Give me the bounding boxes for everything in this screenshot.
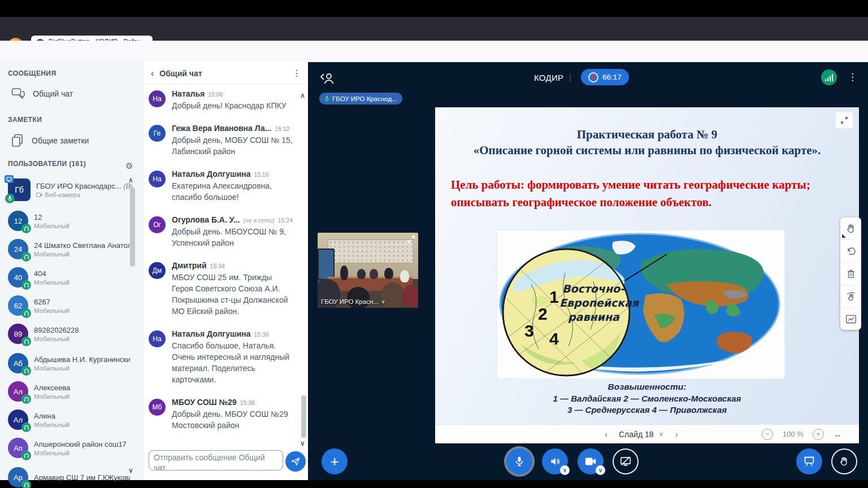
webcam-video[interactable]: ГБОУ ИРО Красн... ∨ (318, 233, 418, 308)
user-row[interactable]: Аб Абдышева Н.И. Курганинский Мобильный (8, 350, 132, 376)
undo-annotation-button[interactable] (840, 240, 861, 263)
bbb-app: СООБЩЕНИЯ Общий чат ЗАМЕТКИ Общие заметк… (0, 62, 868, 480)
map-label-line3: равнина (568, 311, 620, 323)
options-kebab-icon[interactable]: ⋮ (848, 71, 857, 83)
user-name: Апшеронский район сош17 (34, 440, 127, 448)
presentation-fullscreen-button[interactable] (835, 112, 853, 129)
minimize-presentation-button[interactable] (796, 448, 822, 474)
users-scrollbar-thumb[interactable] (130, 188, 135, 267)
manage-users-back-icon[interactable] (319, 72, 336, 85)
slide-select-chevron-icon[interactable]: ∨ (659, 425, 663, 443)
webcam-fullscreen-icon[interactable] (407, 235, 415, 243)
clear-annotations-button[interactable] (840, 263, 861, 285)
message-author: Наталья (172, 89, 205, 98)
headset-badge (21, 337, 31, 346)
avatar-initials: Гб (15, 185, 24, 194)
title-separator: | (569, 72, 571, 83)
user-row[interactable]: Ал Алина Мобильный (8, 407, 132, 433)
shared-notes-label: Общие заметки (32, 136, 89, 145)
avatar: Ог (149, 216, 166, 233)
mic-on-badge (5, 194, 15, 203)
audio-options-chevron-icon[interactable]: ∨ (560, 465, 570, 475)
users-scroll-down-icon[interactable]: ∨ (128, 467, 133, 474)
slide[interactable]: Практическая работа № 9 «Описание горной… (435, 107, 859, 425)
user-device: Мобильный (34, 421, 70, 428)
whiteboard-panel-button[interactable] (840, 308, 861, 330)
notes-header: ЗАМЕТКИ (8, 116, 42, 124)
message-text: Добрый день! Краснодар КПКУ (172, 100, 295, 111)
sidebar-item-public-chat[interactable]: Общий чат (11, 88, 73, 100)
webcam-label-chevron-icon[interactable]: ∨ (381, 299, 385, 304)
webcam-options-chevron-icon[interactable]: ∨ (596, 465, 605, 475)
webcam-scene-person (400, 270, 409, 282)
chat-options-kebab-icon[interactable]: ⋮ (292, 68, 301, 79)
mic-mini-icon (324, 95, 329, 102)
chat-scrollbar-thumb[interactable] (301, 395, 306, 438)
user-row[interactable]: 40 404 Мобильный (8, 264, 132, 290)
next-slide-button[interactable]: › (675, 425, 678, 443)
chat-back-icon[interactable]: ‹ (151, 68, 154, 79)
avatar: 12 (8, 211, 28, 231)
user-name: ГБОУ ИРО Краснодарс... (36, 182, 121, 190)
chat-message: На Наталья Долгушина15:36 Спасибо большо… (149, 329, 297, 385)
user-row[interactable]: Ап Апшеронский район сош17 Мобильный (8, 435, 132, 461)
user-row[interactable]: 12 12 Мобильный (8, 208, 132, 234)
user-row[interactable]: 24 24 Шматко Светлана Анатол Мобильный (8, 236, 132, 262)
headset-badge (21, 366, 31, 376)
user-device: Мобильный (34, 336, 79, 342)
recording-indicator[interactable]: 66:17 (581, 69, 629, 85)
recording-time: 66:17 (602, 73, 622, 81)
user-row[interactable]: 89 89282026228 Мобильный (8, 321, 132, 347)
users-settings-gear-icon[interactable]: ⚙ (125, 161, 133, 171)
chat-scroll-down-icon[interactable]: ∨ (300, 439, 305, 447)
user-row[interactable]: 62 6267 Мобильный (8, 293, 132, 319)
zoom-out-button[interactable]: − (762, 425, 773, 443)
hand-tool-button[interactable] (840, 217, 861, 240)
chat-message: Ге Гежа Вера Ивановна Ла...15:12 Добрый … (149, 124, 297, 157)
headset-badge (21, 308, 31, 318)
sidebar-item-shared-notes[interactable]: Общие заметки (11, 134, 89, 147)
avatar-initials: На (153, 335, 161, 343)
send-message-button[interactable] (285, 451, 306, 472)
chat-message-input[interactable]: Отправить сообщение Общий чат (149, 450, 283, 470)
slide-number-label[interactable]: Слайд 18 (619, 425, 654, 443)
slide-map-figure: 1 2 3 4 Восточно- Европейская равнина (497, 230, 784, 378)
avatar: На (149, 171, 166, 188)
map-marker-1: 1 (549, 287, 559, 306)
sidebar: СООБЩЕНИЯ Общий чат ЗАМЕТКИ Общие заметк… (0, 62, 145, 480)
avatar: На (149, 330, 166, 347)
fit-width-button[interactable]: ↔ (834, 425, 842, 443)
undo-icon (845, 246, 857, 257)
talking-indicator[interactable]: ГБОУ ИРО Краснод... (319, 93, 402, 104)
user-row[interactable]: Ар Армавир СШ 7 им Г.КЖукова (8, 464, 132, 488)
webcam-scene-person (384, 268, 393, 279)
messages-header: СООБЩЕНИЯ (8, 69, 56, 77)
avatar: 89 (8, 324, 28, 344)
actions-plus-button[interactable]: + (322, 448, 348, 474)
chat-scroll-up-icon[interactable]: ∧ (300, 91, 305, 99)
avatar-initials: Дм (153, 267, 162, 274)
user-row-current[interactable]: Гб ГБОУ ИРО Краснодарс... (Вы) Веб-камер… (8, 175, 132, 204)
message-text: Добрый день. МБОУСОШ № 9, Успенский райо… (172, 226, 295, 249)
mute-microphone-button[interactable] (506, 448, 532, 474)
zoom-in-button[interactable]: + (813, 425, 824, 443)
prev-slide-button[interactable]: ‹ (605, 425, 607, 443)
webcam-share-button[interactable]: ∨ (578, 448, 604, 474)
multi-user-whiteboard-button[interactable] (840, 285, 861, 308)
plus-icon: + (816, 430, 821, 438)
connection-status-icon[interactable] (821, 69, 837, 85)
headset-badge (21, 252, 31, 262)
avatar: Гб (8, 178, 31, 201)
audio-speaker-button[interactable]: ∨ (542, 448, 568, 474)
plus-icon: + (330, 453, 338, 470)
user-row[interactable]: Ал Алексеева Мобильный (8, 378, 132, 404)
message-time: 15:34 (210, 263, 225, 269)
message-offline-status: (не в сети) (243, 217, 274, 224)
raise-hand-button[interactable] (831, 448, 857, 474)
screenshare-button[interactable] (613, 448, 639, 474)
users-scroll-up-icon[interactable]: ∧ (128, 176, 133, 184)
chat-messages: На Наталья15:06 Добрый день! Краснодар К… (149, 89, 297, 443)
avatar-initials: Ге (154, 129, 160, 137)
chat-title: Общий чат (159, 69, 287, 78)
webcam-scene-person (357, 269, 366, 279)
